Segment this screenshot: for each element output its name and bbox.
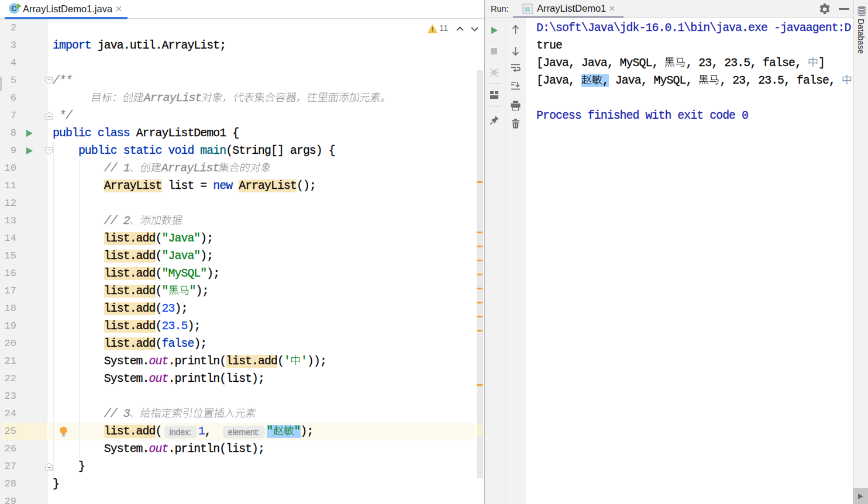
svg-text:C: C xyxy=(11,4,17,13)
